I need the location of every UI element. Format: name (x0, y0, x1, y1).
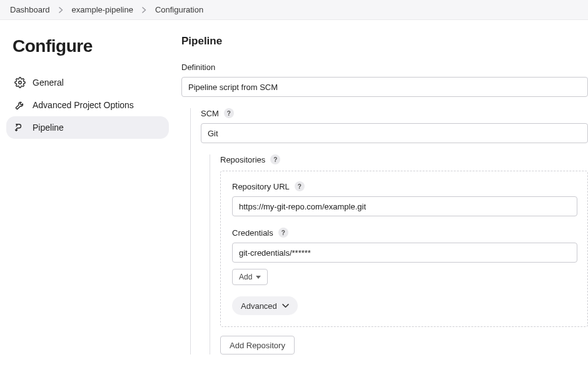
content: Pipeline Definition Pipeline script from… (175, 20, 588, 377)
sidebar-item-label: Advanced Project Options (33, 100, 134, 110)
breadcrumb-item-project[interactable]: example-pipeline (72, 5, 133, 14)
sidebar-item-label: Pipeline (33, 123, 64, 133)
button-label: Add (239, 273, 252, 281)
breadcrumb-item-dashboard[interactable]: Dashboard (10, 5, 50, 14)
field-label: Definition (181, 63, 588, 72)
sidebar-item-advanced[interactable]: Advanced Project Options (6, 94, 169, 116)
repository-url-input[interactable] (232, 196, 577, 216)
label-text: Definition (181, 63, 215, 72)
label-text: Repositories (220, 155, 265, 164)
page-title: Configure (13, 36, 163, 56)
button-label: Add Repository (230, 341, 285, 350)
breadcrumb: Dashboard example-pipeline Configuration (0, 0, 588, 20)
help-icon[interactable]: ? (224, 108, 234, 118)
repository-entry: Repository URL ? Credentials ? git-crede… (220, 171, 588, 327)
gear-icon (14, 77, 26, 88)
help-icon[interactable]: ? (278, 228, 288, 238)
sidebar: Configure General Advanced Project Optio… (0, 20, 175, 377)
help-icon[interactable]: ? (295, 181, 305, 191)
chevron-down-icon (256, 276, 261, 279)
section-heading: Pipeline (181, 35, 588, 48)
help-icon[interactable]: ? (270, 154, 280, 164)
label-text: SCM (201, 109, 219, 118)
select-value: Pipeline script from SCM (188, 83, 278, 92)
credentials-select[interactable]: git-credentials/****** (232, 243, 577, 263)
scm-select[interactable]: Git (201, 123, 588, 143)
add-credentials-button[interactable]: Add (232, 269, 268, 285)
pipeline-icon (14, 122, 26, 133)
field-definition: Definition Pipeline script from SCM (181, 63, 588, 97)
chevron-right-icon (59, 7, 63, 13)
sidebar-item-pipeline[interactable]: Pipeline (6, 116, 169, 139)
svg-point-0 (19, 81, 22, 84)
advanced-toggle-button[interactable]: Advanced (232, 296, 298, 315)
definition-select[interactable]: Pipeline script from SCM (181, 77, 588, 97)
wrench-icon (14, 99, 26, 111)
chevron-down-icon (282, 304, 289, 308)
select-value: git-credentials/****** (239, 248, 311, 258)
sidebar-item-label: General (33, 78, 64, 88)
add-repository-button[interactable]: Add Repository (220, 336, 295, 354)
button-label: Advanced (241, 301, 277, 311)
chevron-right-icon (142, 7, 146, 13)
label-text: Credentials (232, 228, 273, 238)
breadcrumb-item-current[interactable]: Configuration (155, 5, 203, 14)
repositories-block: Repositories ? Repository URL ? (210, 154, 588, 354)
sidebar-item-general[interactable]: General (6, 71, 169, 94)
select-value: Git (208, 129, 218, 138)
label-text: Repository URL (232, 182, 290, 191)
scm-block: SCM ? Git Repositories ? Repositor (190, 108, 588, 354)
